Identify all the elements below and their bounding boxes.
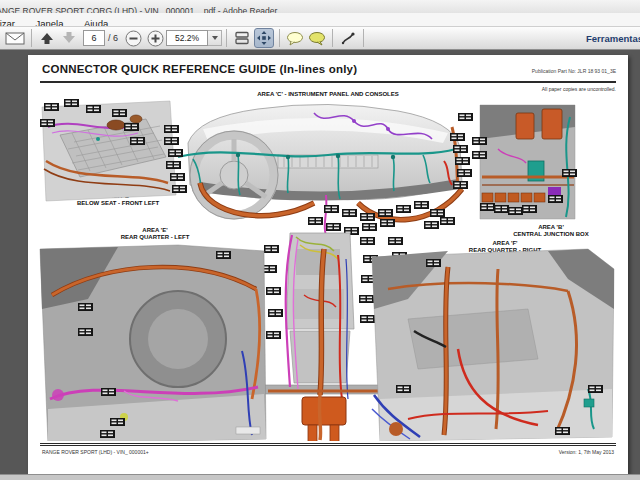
comment-icon [286,31,304,46]
scroll-mode-icon [234,30,250,46]
menu-visualizar[interactable]: Visualizar [0,17,23,26]
previous-page-button[interactable] [37,28,57,48]
zoom-dropdown-caret-icon [212,36,218,40]
zoom-out-icon [125,30,142,47]
zoom-dropdown-button[interactable] [208,30,222,46]
highlight-button[interactable] [307,28,327,48]
fit-window-icon [256,30,272,46]
menubar: Visualizar Janela Ajuda [0,13,640,26]
toolbar-separator [332,29,333,47]
email-button[interactable] [4,28,26,48]
pdf-viewport[interactable]: CONNECTOR QUICK REFERENCE GUIDE (In-line… [0,50,640,474]
toolbar-separator [226,29,227,47]
email-icon [5,32,25,45]
page-number-input[interactable]: 6 [83,30,105,46]
zoom-level-input[interactable]: 52.2% [166,30,208,46]
page-total-label: / 6 [108,33,118,43]
zoom-in-button[interactable] [145,28,165,48]
scroll-mode-button[interactable] [232,28,252,48]
toolbar-separator [363,29,364,47]
window-bottom-edge [0,474,640,480]
header-rule [40,81,616,83]
window-titlebar: RANGE ROVER SPORT CQRG (LHD) - VIN_ 0000… [0,0,640,13]
publication-number: Publication Part No: JLR 18 93 01_3E [532,68,616,74]
area-c-caption: AREA 'C' - INSTRUMENT PANEL AND CONSOLES [28,91,628,98]
pdf-page: CONNECTOR QUICK REFERENCE GUIDE (In-line… [28,55,628,474]
comment-button[interactable] [285,28,305,48]
footer-rule [40,443,616,446]
toolbar: 6 / 6 52.2% [0,26,640,50]
fit-window-button[interactable] [254,28,274,48]
area-c-illustration [164,104,473,235]
window-title: RANGE ROVER SPORT CQRG (LHD) - VIN_ 0000… [0,5,277,13]
area-f-illustration [372,249,614,441]
toolbar-separator [31,29,32,47]
highlight-icon [308,31,326,46]
signature-icon [340,31,356,46]
tools-panel-button[interactable]: Ferramentas [586,33,640,44]
footer-version-label: Version: 1, 7th May 2013 [559,449,614,455]
document-title: CONNECTOR QUICK REFERENCE GUIDE (In-line… [42,63,357,75]
wiring-diagram-illustration [28,99,628,441]
footer-model-label: RANGE ROVER SPORT (LHD) - VIN_ 000001+ [42,449,149,455]
area-b-illustration [472,105,577,219]
toolbar-separator [279,29,280,47]
next-page-button[interactable] [59,28,79,48]
zoom-in-icon [147,30,164,47]
zoom-out-button[interactable] [123,28,143,48]
menu-strip: Visualizar Janela Ajuda [0,13,116,26]
area-d-illustration [40,99,176,201]
page-up-icon [40,31,54,45]
area-e-illustration [40,245,266,441]
menu-janela[interactable]: Janela [27,17,71,26]
page-down-icon [62,31,76,45]
signature-button[interactable] [338,28,358,48]
area-c-label: AREA 'C' - INSTRUMENT PANEL AND CONSOLES [28,91,628,98]
menu-ajuda[interactable]: Ajuda [76,17,116,26]
